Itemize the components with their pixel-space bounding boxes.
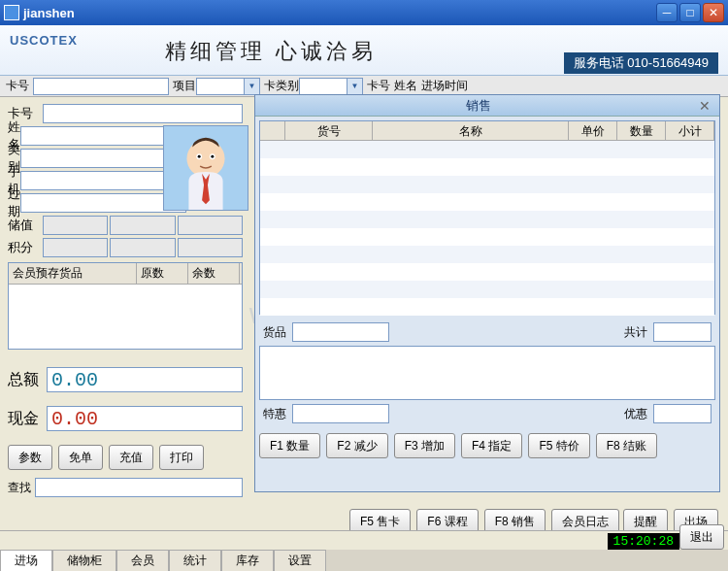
sale-grid[interactable]: 货号 名称 单价 数量 小计 bbox=[259, 120, 715, 315]
sale-modal: 销售 ✕ 货号 名称 单价 数量 小计 货品 共计 bbox=[254, 94, 720, 492]
svg-point-3 bbox=[198, 155, 201, 158]
topbar-name-label: 姓名 bbox=[394, 78, 417, 94]
chevron-down-icon[interactable]: ▼ bbox=[245, 78, 260, 95]
search-input[interactable] bbox=[35, 478, 243, 497]
sale-col-price: 单价 bbox=[569, 121, 617, 140]
params-button[interactable]: 参数 bbox=[8, 445, 52, 470]
f8-checkout-button[interactable]: F8 结账 bbox=[596, 433, 657, 458]
member-points-label: 积分 bbox=[8, 239, 43, 256]
sale-title: 销售 bbox=[261, 97, 696, 115]
sale-close-icon[interactable]: ✕ bbox=[696, 98, 713, 114]
promo-input[interactable] bbox=[292, 404, 389, 423]
topbar-cardno-input[interactable] bbox=[33, 78, 169, 95]
member-avatar bbox=[163, 125, 248, 211]
sale-total-label: 共计 bbox=[624, 324, 647, 341]
f3-increase-button[interactable]: F3 增加 bbox=[394, 433, 455, 458]
brand-logo: USCOTEX bbox=[10, 33, 78, 48]
tab-enter[interactable]: 进场 bbox=[0, 550, 52, 571]
member-stored-label: 储值 bbox=[8, 217, 43, 234]
stored-input-2[interactable] bbox=[110, 216, 175, 235]
cash-label: 现金 bbox=[8, 409, 47, 429]
f1-qty-button[interactable]: F1 数量 bbox=[259, 433, 320, 458]
stored-input-3[interactable] bbox=[178, 216, 243, 235]
points-input-3[interactable] bbox=[178, 238, 243, 257]
svg-point-5 bbox=[211, 155, 214, 158]
presgrid-col1: 会员预存货品 bbox=[9, 263, 137, 284]
total-label: 总额 bbox=[8, 370, 47, 390]
sale-notes[interactable] bbox=[259, 346, 715, 400]
maximize-button[interactable]: □ bbox=[679, 3, 701, 22]
print-button[interactable]: 打印 bbox=[159, 445, 204, 470]
chevron-down-icon[interactable]: ▼ bbox=[347, 78, 363, 95]
topbar-cardno-label: 卡号 bbox=[6, 78, 29, 94]
presgrid-col2: 原数 bbox=[137, 263, 188, 284]
cash-value: 0.00 bbox=[47, 406, 243, 431]
discount-label: 优惠 bbox=[624, 406, 647, 422]
product-input[interactable] bbox=[292, 322, 389, 342]
recharge-button[interactable]: 充值 bbox=[109, 445, 153, 470]
f4-assign-button[interactable]: F4 指定 bbox=[461, 433, 522, 458]
f5-special-button[interactable]: F5 特价 bbox=[528, 433, 589, 458]
f2-decrease-button[interactable]: F2 减少 bbox=[326, 433, 387, 458]
points-input-1[interactable] bbox=[43, 238, 108, 257]
topbar-cardno2-label: 卡号 bbox=[367, 78, 390, 94]
tab-member[interactable]: 会员 bbox=[116, 550, 169, 571]
member-expire-label: 过期 bbox=[8, 185, 20, 220]
presgrid-col3: 余数 bbox=[188, 263, 240, 284]
member-expire-input[interactable] bbox=[20, 193, 186, 213]
topbar-cardtype-input[interactable] bbox=[299, 78, 347, 95]
sale-total-input[interactable] bbox=[653, 322, 711, 342]
search-label: 查找 bbox=[8, 480, 31, 496]
sale-col-sub: 小计 bbox=[666, 121, 714, 140]
member-mobile-input[interactable] bbox=[20, 171, 186, 190]
app-icon bbox=[4, 5, 19, 20]
promo-label: 特惠 bbox=[263, 406, 286, 422]
topbar-cardtype-label: 卡类别 bbox=[264, 78, 299, 94]
status-clock: 15:20:28 bbox=[608, 533, 679, 550]
exit-button[interactable]: 退出 bbox=[679, 524, 724, 550]
slogan-text: 精细管理 心诚洽易 bbox=[165, 37, 377, 66]
close-button[interactable]: ✕ bbox=[703, 3, 724, 22]
service-phone: 服务电话 010-51664949 bbox=[564, 52, 718, 74]
sale-col-code: 货号 bbox=[285, 121, 373, 140]
topbar-project-input[interactable] bbox=[196, 78, 245, 95]
member-cardno-input[interactable] bbox=[43, 104, 243, 123]
topbar-project-label: 项目 bbox=[173, 78, 196, 94]
member-name-input[interactable] bbox=[20, 126, 186, 146]
preserve-grid[interactable]: 会员预存货品 原数 余数 bbox=[8, 262, 243, 350]
topbar-entertime-label: 进场时间 bbox=[421, 78, 468, 94]
sale-col-name: 名称 bbox=[373, 121, 569, 140]
points-input-2[interactable] bbox=[110, 238, 175, 257]
product-label: 货品 bbox=[263, 324, 286, 341]
stored-input-1[interactable] bbox=[43, 216, 108, 235]
member-category-input[interactable] bbox=[20, 149, 186, 168]
tab-settings[interactable]: 设置 bbox=[274, 550, 326, 571]
minimize-button[interactable]: ─ bbox=[656, 3, 678, 22]
free-button[interactable]: 免单 bbox=[58, 445, 103, 470]
tab-stock[interactable]: 库存 bbox=[221, 550, 274, 571]
tab-stats[interactable]: 统计 bbox=[169, 550, 221, 571]
window-title: jianshen bbox=[23, 6, 656, 20]
total-value: 0.00 bbox=[47, 367, 243, 392]
tab-locker[interactable]: 储物柜 bbox=[52, 550, 116, 571]
sale-col-qty: 数量 bbox=[617, 121, 666, 140]
discount-input[interactable] bbox=[653, 404, 711, 423]
